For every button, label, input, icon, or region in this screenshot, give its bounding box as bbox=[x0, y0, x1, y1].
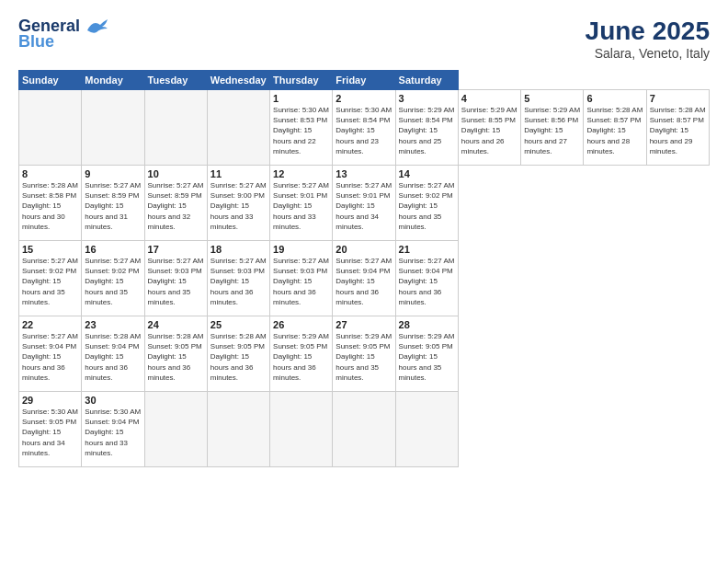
day-info: Sunrise: 5:30 AMSunset: 8:53 PMDaylight:… bbox=[273, 105, 329, 156]
table-cell: 18Sunrise: 5:27 AMSunset: 9:03 PMDayligh… bbox=[207, 241, 269, 316]
day-number: 29 bbox=[22, 395, 78, 406]
day-info: Sunrise: 5:30 AMSunset: 9:04 PMDaylight:… bbox=[85, 407, 141, 458]
day-info: Sunrise: 5:28 AMSunset: 8:58 PMDaylight:… bbox=[22, 180, 78, 232]
col-thursday: Thursday bbox=[270, 71, 333, 90]
table-cell: 2Sunrise: 5:30 AMSunset: 8:54 PMDaylight… bbox=[333, 90, 395, 166]
day-number: 14 bbox=[399, 168, 455, 179]
calendar-row: 29Sunrise: 5:30 AMSunset: 9:05 PMDayligh… bbox=[19, 392, 710, 467]
day-number: 4 bbox=[461, 93, 518, 104]
day-info: Sunrise: 5:27 AMSunset: 9:01 PMDaylight:… bbox=[273, 180, 329, 232]
day-number: 12 bbox=[273, 168, 329, 179]
day-number: 6 bbox=[586, 93, 643, 104]
day-number: 16 bbox=[85, 244, 141, 255]
day-number: 25 bbox=[210, 319, 267, 330]
table-cell: 20Sunrise: 5:27 AMSunset: 9:04 PMDayligh… bbox=[333, 241, 395, 316]
logo-blue: Blue bbox=[18, 32, 54, 52]
day-number: 30 bbox=[85, 395, 141, 406]
table-cell bbox=[207, 90, 269, 166]
day-info: Sunrise: 5:28 AMSunset: 9:05 PMDaylight:… bbox=[210, 331, 267, 383]
table-cell: 22Sunrise: 5:27 AMSunset: 9:04 PMDayligh… bbox=[19, 316, 82, 392]
table-cell: 24Sunrise: 5:28 AMSunset: 9:05 PMDayligh… bbox=[144, 316, 207, 392]
calendar-row: 15Sunrise: 5:27 AMSunset: 9:02 PMDayligh… bbox=[19, 241, 710, 316]
day-number: 15 bbox=[22, 244, 78, 255]
header: General Blue June 2025 Salara, Veneto, I… bbox=[18, 17, 710, 61]
col-monday: Monday bbox=[82, 71, 144, 90]
table-cell: 23Sunrise: 5:28 AMSunset: 9:04 PMDayligh… bbox=[82, 316, 144, 392]
day-info: Sunrise: 5:27 AMSunset: 9:04 PMDaylight:… bbox=[336, 256, 392, 307]
table-cell: 14Sunrise: 5:27 AMSunset: 9:02 PMDayligh… bbox=[395, 166, 458, 241]
calendar-body: 1Sunrise: 5:30 AMSunset: 8:53 PMDaylight… bbox=[19, 90, 710, 467]
day-info: Sunrise: 5:27 AMSunset: 9:02 PMDaylight:… bbox=[399, 180, 455, 232]
calendar-row: 22Sunrise: 5:27 AMSunset: 9:04 PMDayligh… bbox=[19, 316, 710, 392]
day-info: Sunrise: 5:29 AMSunset: 9:05 PMDaylight:… bbox=[399, 331, 455, 383]
day-info: Sunrise: 5:27 AMSunset: 9:03 PMDaylight:… bbox=[210, 256, 267, 307]
day-number: 22 bbox=[22, 319, 78, 330]
day-number: 10 bbox=[148, 168, 204, 179]
table-cell: 30Sunrise: 5:30 AMSunset: 9:04 PMDayligh… bbox=[82, 392, 144, 467]
table-cell: 8Sunrise: 5:28 AMSunset: 8:58 PMDaylight… bbox=[19, 166, 82, 241]
table-cell bbox=[82, 90, 144, 166]
day-info: Sunrise: 5:28 AMSunset: 9:04 PMDaylight:… bbox=[85, 331, 141, 383]
table-cell: 21Sunrise: 5:27 AMSunset: 9:04 PMDayligh… bbox=[395, 241, 458, 316]
table-cell: 6Sunrise: 5:28 AMSunset: 8:57 PMDaylight… bbox=[584, 90, 646, 166]
day-number: 18 bbox=[210, 244, 267, 255]
calendar-row: 1Sunrise: 5:30 AMSunset: 8:53 PMDaylight… bbox=[19, 90, 710, 166]
col-wednesday: Wednesday bbox=[207, 71, 269, 90]
table-cell: 17Sunrise: 5:27 AMSunset: 9:03 PMDayligh… bbox=[144, 241, 207, 316]
day-number: 11 bbox=[210, 168, 267, 179]
table-cell: 13Sunrise: 5:27 AMSunset: 9:01 PMDayligh… bbox=[333, 166, 395, 241]
day-number: 3 bbox=[399, 93, 455, 104]
day-number: 17 bbox=[148, 244, 204, 255]
day-number: 9 bbox=[85, 168, 141, 179]
calendar-row: 8Sunrise: 5:28 AMSunset: 8:58 PMDaylight… bbox=[19, 166, 710, 241]
table-cell bbox=[207, 392, 269, 467]
day-info: Sunrise: 5:29 AMSunset: 8:56 PMDaylight:… bbox=[524, 105, 580, 156]
day-number: 26 bbox=[273, 319, 329, 330]
table-cell bbox=[395, 392, 458, 467]
logo: General Blue bbox=[18, 17, 109, 52]
day-info: Sunrise: 5:28 AMSunset: 9:05 PMDaylight:… bbox=[148, 331, 204, 383]
table-cell bbox=[19, 90, 82, 166]
table-cell: 5Sunrise: 5:29 AMSunset: 8:56 PMDaylight… bbox=[521, 90, 584, 166]
day-info: Sunrise: 5:27 AMSunset: 9:02 PMDaylight:… bbox=[85, 256, 141, 307]
calendar-subtitle: Salara, Veneto, Italy bbox=[586, 46, 710, 61]
table-cell: 16Sunrise: 5:27 AMSunset: 9:02 PMDayligh… bbox=[82, 241, 144, 316]
day-number: 23 bbox=[85, 319, 141, 330]
calendar-title: June 2025 bbox=[586, 17, 710, 46]
logo-bird-icon bbox=[84, 17, 109, 36]
day-number: 5 bbox=[524, 93, 580, 104]
table-cell: 9Sunrise: 5:27 AMSunset: 8:59 PMDaylight… bbox=[82, 166, 144, 241]
day-info: Sunrise: 5:27 AMSunset: 9:04 PMDaylight:… bbox=[22, 331, 78, 383]
day-info: Sunrise: 5:30 AMSunset: 9:05 PMDaylight:… bbox=[22, 407, 78, 458]
title-block: June 2025 Salara, Veneto, Italy bbox=[586, 17, 710, 61]
col-saturday: Saturday bbox=[395, 71, 458, 90]
day-info: Sunrise: 5:27 AMSunset: 9:00 PMDaylight:… bbox=[210, 180, 267, 232]
table-cell: 26Sunrise: 5:29 AMSunset: 9:05 PMDayligh… bbox=[270, 316, 333, 392]
table-cell: 11Sunrise: 5:27 AMSunset: 9:00 PMDayligh… bbox=[207, 166, 269, 241]
day-info: Sunrise: 5:29 AMSunset: 8:55 PMDaylight:… bbox=[461, 105, 518, 156]
day-number: 8 bbox=[22, 168, 78, 179]
table-cell: 7Sunrise: 5:28 AMSunset: 8:57 PMDaylight… bbox=[646, 90, 709, 166]
day-number: 20 bbox=[336, 244, 392, 255]
day-number: 19 bbox=[273, 244, 329, 255]
day-info: Sunrise: 5:29 AMSunset: 9:05 PMDaylight:… bbox=[273, 331, 329, 383]
day-number: 28 bbox=[399, 319, 455, 330]
day-number: 21 bbox=[399, 244, 455, 255]
table-cell: 12Sunrise: 5:27 AMSunset: 9:01 PMDayligh… bbox=[270, 166, 333, 241]
day-info: Sunrise: 5:27 AMSunset: 8:59 PMDaylight:… bbox=[85, 180, 141, 232]
day-number: 27 bbox=[336, 319, 392, 330]
table-cell: 4Sunrise: 5:29 AMSunset: 8:55 PMDaylight… bbox=[458, 90, 520, 166]
table-cell bbox=[333, 392, 395, 467]
day-info: Sunrise: 5:28 AMSunset: 8:57 PMDaylight:… bbox=[650, 105, 706, 156]
day-info: Sunrise: 5:28 AMSunset: 8:57 PMDaylight:… bbox=[586, 105, 643, 156]
col-sunday: Sunday bbox=[19, 71, 82, 90]
day-info: Sunrise: 5:27 AMSunset: 8:59 PMDaylight:… bbox=[148, 180, 204, 232]
day-info: Sunrise: 5:29 AMSunset: 8:54 PMDaylight:… bbox=[399, 105, 455, 156]
table-cell: 19Sunrise: 5:27 AMSunset: 9:03 PMDayligh… bbox=[270, 241, 333, 316]
day-info: Sunrise: 5:27 AMSunset: 9:03 PMDaylight:… bbox=[273, 256, 329, 307]
day-info: Sunrise: 5:27 AMSunset: 9:03 PMDaylight:… bbox=[148, 256, 204, 307]
table-cell bbox=[270, 392, 333, 467]
table-cell: 29Sunrise: 5:30 AMSunset: 9:05 PMDayligh… bbox=[19, 392, 82, 467]
col-tuesday: Tuesday bbox=[144, 71, 207, 90]
day-info: Sunrise: 5:27 AMSunset: 9:01 PMDaylight:… bbox=[336, 180, 392, 232]
